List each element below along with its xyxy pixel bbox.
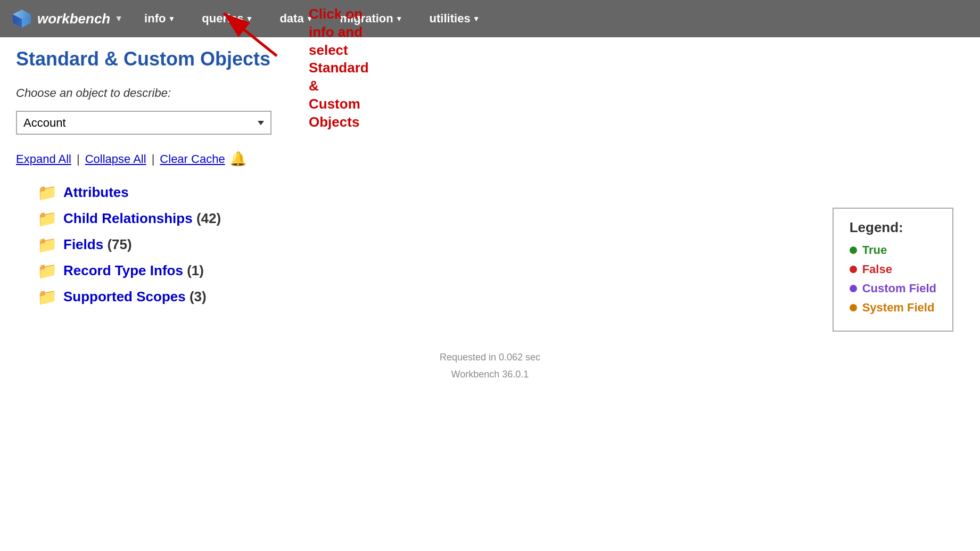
- legend-item-true: True: [850, 243, 936, 257]
- legend-dot-true: [850, 246, 857, 254]
- tree-item-supported-scopes-link[interactable]: Supported Scopes (3): [63, 289, 207, 305]
- footer-line1: Requested in 0.062 sec: [16, 349, 964, 366]
- tree-item-record-type-infos-link[interactable]: Record Type Infos (1): [63, 262, 204, 278]
- legend-dot-false: [850, 266, 857, 273]
- legend-box: Legend: True False Custom Field System F…: [833, 208, 953, 332]
- nav-info-arrow: ▼: [168, 14, 175, 23]
- legend-label-custom: Custom Field: [862, 282, 936, 295]
- legend-label-false: False: [862, 262, 892, 276]
- tree-item-fields-label: Fields (75): [63, 236, 132, 253]
- legend-label-system: System Field: [862, 301, 935, 315]
- annotation-text: Click on info and select Standard & Cust…: [309, 5, 369, 131]
- brand-arrow[interactable]: ▼: [114, 14, 123, 23]
- legend-title: Legend:: [850, 219, 936, 236]
- brand-text: workbench: [37, 11, 110, 27]
- brand-logo[interactable]: workbench ▼: [11, 7, 123, 30]
- sep2: |: [152, 152, 155, 166]
- nav-item-queries[interactable]: queries ▼: [196, 0, 258, 37]
- legend-dot-system: [850, 304, 857, 311]
- expand-all-link[interactable]: Expand All: [16, 152, 71, 166]
- tree-item-attributes-label: Attributes: [63, 184, 129, 201]
- cube-icon: [11, 7, 33, 30]
- nav-queries-arrow: ▼: [246, 14, 253, 23]
- legend-dot-custom: [850, 285, 857, 292]
- nav-utilities-label: utilities: [430, 12, 471, 26]
- nav-queries-label: queries: [202, 12, 243, 26]
- navbar: workbench ▼ info ▼ queries ▼ data ▼ migr…: [0, 0, 980, 37]
- tree-item-attributes-link[interactable]: Attributes: [63, 184, 129, 200]
- folder-icon-fields: 📁: [37, 235, 57, 254]
- folder-icon-child-relationships: 📁: [37, 209, 57, 228]
- main-content: Standard & Custom Objects Click on info …: [0, 37, 980, 410]
- tree-item-attributes[interactable]: 📁 Attributes: [37, 183, 964, 202]
- folder-icon-record-type-infos: 📁: [37, 261, 57, 280]
- tree-item-supported-scopes[interactable]: 📁 Supported Scopes (3): [37, 287, 964, 306]
- tree-item-supported-scopes-label: Supported Scopes (3): [63, 289, 207, 305]
- nav-item-info[interactable]: info ▼: [139, 0, 180, 37]
- legend-item-system: System Field: [850, 301, 936, 315]
- tree-item-record-type-infos[interactable]: 📁 Record Type Infos (1): [37, 261, 964, 280]
- nav-migration-arrow: ▼: [396, 14, 403, 23]
- tree-item-child-relationships-link[interactable]: Child Relationships (42): [63, 210, 221, 226]
- tree-item-record-type-infos-label: Record Type Infos (1): [63, 262, 204, 279]
- annotation-line1: Click on info and select: [309, 6, 363, 58]
- tree-section: 📁 Attributes 📁 Child Relationships (42) …: [37, 183, 964, 306]
- page-title: Standard & Custom Objects: [16, 48, 270, 70]
- tree-item-fields[interactable]: 📁 Fields (75): [37, 235, 964, 254]
- tree-item-child-relationships-label: Child Relationships (42): [63, 210, 221, 227]
- object-select[interactable]: Account Contact Lead Opportunity Case Us…: [16, 111, 271, 135]
- footer: Requested in 0.062 sec Workbench 36.0.1: [16, 349, 964, 399]
- nav-item-utilities[interactable]: utilities ▼: [424, 0, 485, 37]
- sep1: |: [77, 152, 80, 166]
- nav-info-label: info: [144, 12, 166, 26]
- tree-item-child-relationships[interactable]: 📁 Child Relationships (42): [37, 209, 964, 228]
- legend-item-false: False: [850, 262, 936, 276]
- choose-label: Choose an object to describe:: [16, 86, 964, 100]
- nav-utilities-arrow: ▼: [473, 14, 480, 23]
- folder-icon-attributes: 📁: [37, 183, 57, 202]
- clear-cache-link[interactable]: Clear Cache: [160, 152, 225, 166]
- legend-label-true: True: [862, 243, 887, 257]
- footer-line2: Workbench 36.0.1: [16, 366, 964, 383]
- actions-row: Expand All | Collapse All | Clear Cache …: [16, 151, 964, 167]
- tree-item-fields-link[interactable]: Fields (75): [63, 236, 132, 252]
- collapse-all-link[interactable]: Collapse All: [85, 152, 146, 166]
- broom-icon: 🔔: [229, 151, 246, 167]
- folder-icon-supported-scopes: 📁: [37, 287, 57, 306]
- annotation-line2: Standard & Custom Objects: [309, 60, 369, 129]
- legend-item-custom: Custom Field: [850, 282, 936, 295]
